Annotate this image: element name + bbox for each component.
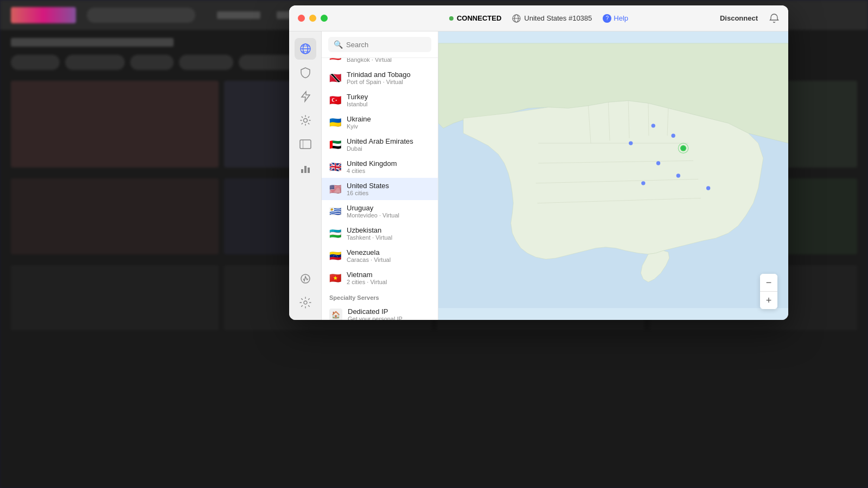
country-name: Turkey [347,93,430,101]
sidebar-icon-stats[interactable] [295,157,316,179]
specialty-item-dedicated-ip[interactable]: 🏠 Dedicated IP Get your personal IP [322,303,438,320]
country-list-scroll: 🇹🇼 Taipei 🇹🇭 Thailand Bangkok · Virtual … [322,58,438,320]
server-info: United States #10385 [512,14,592,23]
vpn-country-list: 🔍 🇹🇼 Taipei 🇹🇭 Thailand Bangkok · Virtua… [322,31,438,320]
country-info: Uzbekistan Tashkent · Virtual [347,226,430,241]
svg-rect-11 [301,169,303,173]
country-name: Ukraine [347,115,430,123]
bg-logo [11,7,76,23]
vpn-main: 🔍 🇹🇼 Taipei 🇹🇭 Thailand Bangkok · Virtua… [289,31,788,320]
bg-tag-1 [11,55,60,70]
specialty-name: Dedicated IP [348,307,430,316]
notification-icon[interactable] [769,13,780,24]
vpn-window: CONNECTED United States #10385 ? Help Di… [289,5,788,320]
country-sub: 2 cities · Virtual [347,279,430,285]
country-sub: Caracas · Virtual [347,256,430,263]
window-controls [298,15,328,22]
country-name: United Kingdom [347,159,430,168]
country-item-uzbekistan[interactable]: 🇺🇿 Uzbekistan Tashkent · Virtual [322,222,438,245]
country-name: United States [347,182,430,190]
bg-tag-3 [130,55,174,70]
map-dot-2 [671,134,675,138]
help-label: Help [614,14,628,22]
map-dot-4 [629,141,633,145]
country-item-ukraine[interactable]: 🇺🇦 Ukraine Kyiv [322,111,438,133]
country-item-venezuela[interactable]: 🇻🇪 Venezuela Caracas · Virtual [322,245,438,267]
map-zoom-controls: − + [760,274,777,309]
country-sub: Port of Spain · Virtual [347,79,430,85]
country-item-turkey[interactable]: 🇹🇷 Turkey Istanbul [322,89,438,111]
country-flag: 🇻🇳 [329,274,341,282]
help-button[interactable]: ? Help [603,14,628,23]
country-info: United States 16 cities [347,182,430,196]
country-name: Trinidad and Tobago [347,70,430,79]
sidebar-icon-settings[interactable] [295,292,316,313]
minimize-window-button[interactable] [309,15,316,22]
country-item-thailand[interactable]: 🇹🇭 Thailand Bangkok · Virtual [322,58,438,67]
country-item-vietnam[interactable]: 🇻🇳 Vietnam 2 cities · Virtual [322,267,438,289]
vpn-titlebar: CONNECTED United States #10385 ? Help Di… [289,5,788,31]
svg-point-8 [303,119,307,123]
zoom-plus-button[interactable]: + [760,292,777,309]
search-input[interactable] [346,41,426,49]
map-dot-1 [652,124,655,127]
connected-label: CONNECTED [457,14,501,22]
country-flag: 🇹🇭 [329,58,341,60]
svg-rect-10 [302,140,304,149]
country-sub: 4 cities [347,168,430,174]
country-sub: Bangkok · Virtual [347,58,430,63]
country-item-united-states[interactable]: 🇺🇸 United States 16 cities [322,178,438,200]
map-svg [438,31,788,320]
country-sub: Dubai [347,145,430,152]
country-info: Turkey Istanbul [347,93,430,107]
country-flag: 🇦🇪 [329,140,341,149]
map-dot-active [680,145,686,151]
search-input-wrap: 🔍 [328,37,431,52]
country-item-trinidad-and-tobago[interactable]: 🇹🇹 Trinidad and Tobago Port of Spain · V… [322,67,438,89]
specialty-header: Specialty Servers [322,289,438,303]
country-info: Trinidad and Tobago Port of Spain · Virt… [347,70,430,85]
sidebar-icon-layers[interactable] [295,133,316,155]
connected-badge: CONNECTED [449,14,501,22]
sidebar-icon-shield[interactable] [295,62,316,84]
vpn-sidebar [289,31,322,320]
country-sub: Tashkent · Virtual [347,234,430,241]
globe-icon [512,14,521,23]
connected-dot [449,16,454,21]
specialty-icon: 🏠 [329,309,342,320]
close-window-button[interactable] [298,15,305,22]
country-flag: 🇺🇦 [329,118,341,127]
sidebar-icon-globe[interactable] [295,38,316,60]
map-dot-6 [641,181,645,185]
country-info: United Kingdom 4 cities [347,159,430,174]
country-sub: Kyiv [347,123,430,130]
country-flag: 🇹🇹 [329,74,341,82]
disconnect-button[interactable]: Disconnect [716,12,762,24]
sidebar-icon-gear[interactable] [295,110,316,131]
country-sub: Montevideo · Virtual [347,212,430,219]
country-item-united-kingdom[interactable]: 🇬🇧 United Kingdom 4 cities [322,156,438,178]
country-info: Ukraine Kyiv [347,115,430,130]
bg-thumb3-1 [11,265,219,330]
country-info: Thailand Bangkok · Virtual [347,58,430,63]
sidebar-icon-activity[interactable] [295,268,316,290]
sidebar-icon-lightning[interactable] [295,86,316,107]
maximize-window-button[interactable] [321,15,328,22]
bg-title-bar [11,38,174,47]
help-icon: ? [603,14,611,23]
country-info: Vietnam 2 cities · Virtual [347,271,430,285]
svg-rect-13 [308,168,310,173]
country-item-united-arab-emirates[interactable]: 🇦🇪 United Arab Emirates Dubai [322,133,438,156]
country-flag: 🇬🇧 [329,163,341,171]
search-icon: 🔍 [334,40,343,49]
zoom-minus-button[interactable]: − [760,274,777,291]
svg-rect-9 [300,140,311,149]
country-flag: 🇻🇪 [329,252,341,260]
country-flag: 🇺🇸 [329,185,341,194]
country-info: Uruguay Montevideo · Virtual [347,204,430,219]
bg-search [87,8,195,23]
country-sub: Istanbul [347,101,430,107]
vpn-status-area: CONNECTED United States #10385 ? Help [449,14,628,23]
country-item-uruguay[interactable]: 🇺🇾 Uruguay Montevideo · Virtual [322,200,438,222]
bg-thumb2-1 [11,178,219,254]
